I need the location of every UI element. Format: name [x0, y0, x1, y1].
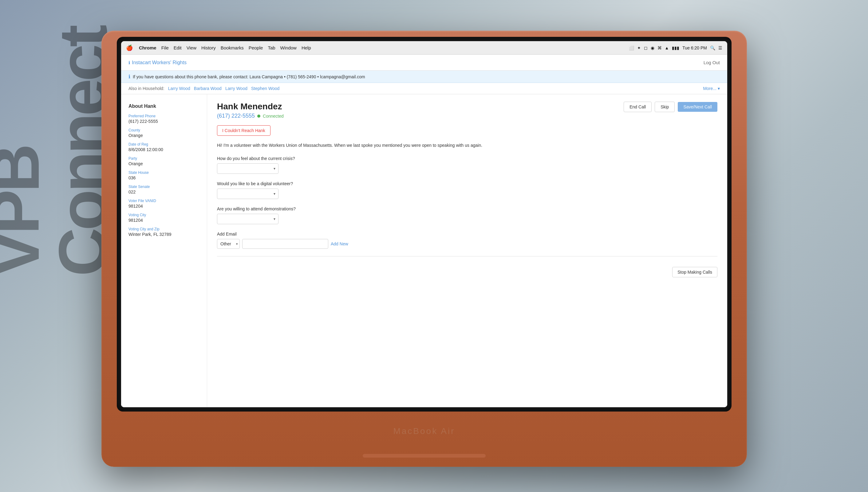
survey-question-3: Are you willing to attend demonstrations… [217, 206, 718, 224]
menubar-view[interactable]: View [187, 45, 196, 50]
sidebar-party-label: Party [128, 156, 200, 161]
survey-q2-select-wrapper: Yes No Maybe ▾ [217, 189, 279, 199]
email-input-field[interactable] [242, 239, 328, 249]
sidebar-county: County Orange [128, 128, 200, 138]
survey-q2-select[interactable]: Yes No Maybe [217, 189, 279, 199]
stop-making-calls-button[interactable]: Stop Making Calls [672, 267, 718, 277]
add-email-section: Add Email Other Home Work ▾ [217, 231, 718, 249]
sidebar-preferred-phone: Preferred Phone (617) 222-5555 [128, 114, 200, 124]
sidebar-date-of-reg-label: Date of Reg [128, 142, 200, 147]
sidebar-state-senate-value: 022 [128, 190, 200, 194]
survey-question-2: Would you like to be a digital volunteer… [217, 181, 718, 199]
menubar-help[interactable]: Help [302, 45, 311, 50]
survey-question-1: How do you feel about the current crisis… [217, 156, 718, 174]
app-logo-text: Instacart Workers' Rights [132, 60, 187, 66]
household-label: Also in Household: [128, 86, 164, 91]
right-panel: Hank Menendez (617) 222-5555 Connected E… [207, 94, 727, 407]
couldnt-reach-button[interactable]: I Couldn't Reach Hank [217, 125, 271, 136]
sidebar-voter-file-vanid-label: Voter File VANID [128, 199, 200, 203]
menubar-window[interactable]: Window [280, 45, 297, 50]
next-call-button[interactable]: Save/Next Call [678, 102, 718, 112]
main-content: About Hank Preferred Phone (617) 222-555… [121, 94, 727, 407]
apps-icon: ✦ [637, 46, 641, 50]
search-icon[interactable]: 🔍 [710, 46, 715, 50]
sidebar-voter-file-vanid-value: 981204 [128, 204, 200, 208]
add-email-row: Other Home Work ▾ Add New [217, 239, 718, 249]
contact-header: Hank Menendez (617) 222-5555 Connected E… [217, 102, 718, 119]
menubar-tab[interactable]: Tab [268, 45, 275, 50]
add-new-link[interactable]: Add New [331, 241, 348, 246]
screen-icon: ⬜ [629, 46, 634, 50]
sidebar-state-house: State House 036 [128, 170, 200, 180]
sidebar-title: About Hank [128, 103, 200, 109]
info-icon: ℹ [128, 74, 130, 79]
sidebar-party-value: Orange [128, 161, 200, 166]
app-topbar: Instacart Workers' Rights Log Out [121, 55, 727, 71]
bluetooth-icon: ⌘ [657, 46, 662, 50]
script-text: Hi! I'm a volunteer with the Workers Uni… [217, 142, 718, 149]
add-email-label: Add Email [217, 231, 718, 237]
apple-menu-icon[interactable]: 🍎 [126, 45, 133, 51]
watermark-container: VPB Connect [0, 0, 98, 276]
app-logo[interactable]: Instacart Workers' Rights [128, 60, 187, 66]
couldnt-reach-wrapper: I Couldn't Reach Hank [217, 125, 718, 142]
mail-icon: ◉ [651, 46, 654, 50]
email-type-wrapper: Other Home Work ▾ [217, 239, 240, 249]
laptop-screen: 🍎 Chrome File Edit View History Bookmark… [121, 41, 727, 407]
sidebar-voting-city-zip-label: Voting City and Zip [128, 227, 200, 231]
sidebar-county-value: Orange [128, 133, 200, 138]
survey-q3-select-wrapper: Yes No Maybe ▾ [217, 214, 279, 224]
survey-q1-select[interactable]: Concerned Not Concerned Neutral [217, 164, 279, 174]
connected-status-dot [257, 115, 260, 118]
laptop-base [363, 454, 486, 458]
household-member-1[interactable]: Larry Wood [168, 86, 190, 91]
sidebar-county-label: County [128, 128, 200, 132]
contact-name: Hank Menendez [217, 102, 284, 112]
control-center-icon[interactable]: ☰ [718, 46, 722, 50]
info-banner-text: If you have questions about this phone b… [133, 74, 365, 79]
household-bar: Also in Household: Larry Wood Barbara Wo… [121, 83, 727, 94]
menubar-system-icons: ⬜ ✦ ◻ ◉ ⌘ ▲ ▮▮▮ Tue 6:20 PM 🔍 ☰ [629, 46, 723, 50]
survey-q3-select[interactable]: Yes No Maybe [217, 214, 279, 224]
survey-q1-select-wrapper: Concerned Not Concerned Neutral ▾ [217, 164, 279, 174]
cast-icon: ◻ [644, 46, 648, 50]
sidebar-state-house-value: 036 [128, 175, 200, 180]
menubar-chrome[interactable]: Chrome [139, 45, 157, 50]
wifi-icon: ▲ [665, 46, 669, 50]
sidebar-date-of-reg-value: 8/6/2008 12:00:00 [128, 147, 200, 152]
menubar-time: Tue 6:20 PM [682, 46, 707, 50]
skip-button[interactable]: Skip [655, 102, 675, 112]
household-more-button[interactable]: More... ▾ [703, 86, 720, 91]
sidebar-state-senate-label: State Senate [128, 184, 200, 189]
survey-q2-label: Would you like to be a digital volunteer… [217, 181, 718, 186]
bottom-actions: Stop Making Calls [217, 264, 718, 270]
sidebar-voting-city-value: 981204 [128, 218, 200, 223]
sidebar-voting-city-label: Voting City [128, 213, 200, 217]
sidebar-voting-city: Voting City 981204 [128, 213, 200, 223]
menubar-people[interactable]: People [249, 45, 263, 50]
sidebar-voting-city-zip-value: Winter Park, FL 32789 [128, 232, 200, 237]
action-buttons: End Call Skip Save/Next Call [624, 102, 718, 112]
sidebar-voting-city-zip: Voting City and Zip Winter Park, FL 3278… [128, 227, 200, 237]
menubar-bookmarks[interactable]: Bookmarks [221, 45, 244, 50]
macbook-label: MacBook Air [393, 426, 455, 436]
sidebar-preferred-phone-value: (617) 222-5555 [128, 119, 200, 124]
sidebar-party: Party Orange [128, 156, 200, 166]
info-banner: ℹ If you have questions about this phone… [121, 71, 727, 83]
household-member-2[interactable]: Barbara Wood [194, 86, 221, 91]
email-type-select[interactable]: Other Home Work [217, 239, 240, 249]
sidebar-voter-file-vanid: Voter File VANID 981204 [128, 199, 200, 208]
logout-link[interactable]: Log Out [704, 60, 720, 65]
sidebar-preferred-phone-label: Preferred Phone [128, 114, 200, 118]
sidebar-date-of-reg: Date of Reg 8/6/2008 12:00:00 [128, 142, 200, 152]
menubar-edit[interactable]: Edit [174, 45, 182, 50]
connected-status-label: Connected [263, 114, 284, 119]
menubar-file[interactable]: File [161, 45, 169, 50]
household-member-3[interactable]: Larry Wood [225, 86, 248, 91]
section-divider [217, 256, 718, 256]
end-call-button[interactable]: End Call [624, 102, 652, 112]
menubar-history[interactable]: History [201, 45, 216, 50]
household-more-label: More... [703, 86, 717, 91]
laptop-body: 🍎 Chrome File Edit View History Bookmark… [101, 31, 747, 467]
household-member-4[interactable]: Stephen Wood [251, 86, 279, 91]
